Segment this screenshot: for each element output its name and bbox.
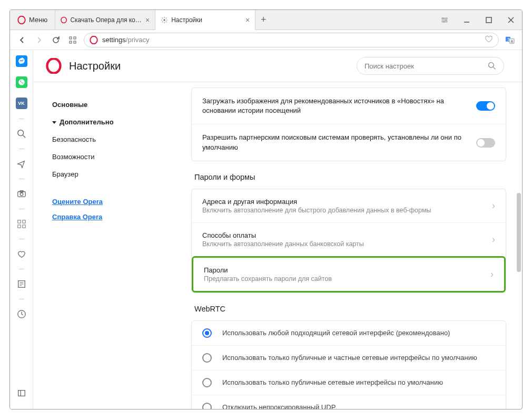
search-icon[interactable] — [16, 129, 27, 139]
speed-dial-icon[interactable] — [67, 34, 78, 46]
address-text: settings/privacy — [102, 36, 150, 44]
snapshot-icon[interactable] — [16, 189, 27, 199]
close-button[interactable] — [500, 10, 522, 30]
radio-icon — [202, 353, 212, 363]
whatsapp-tile[interactable] — [16, 76, 27, 88]
search-input[interactable] — [364, 62, 488, 70]
reload-button[interactable] — [50, 34, 62, 46]
sidebar-rail: VK — [10, 50, 33, 409]
minimize-button[interactable] — [456, 10, 478, 30]
webrtc-option-3[interactable]: Использовать только публичные сетевые ин… — [192, 370, 506, 395]
webrtc-option-2[interactable]: Использовать только публичные и частные … — [192, 345, 506, 370]
chevron-down-icon — [52, 121, 56, 124]
menu-label: Меню — [29, 16, 47, 24]
svg-rect-26 — [22, 220, 25, 223]
svg-point-36 — [47, 59, 61, 73]
news-icon[interactable] — [16, 279, 27, 289]
page-title: Настройки — [69, 60, 121, 72]
nav-help-link[interactable]: Справка Opera — [52, 213, 168, 221]
translate-icon[interactable]: 文A — [504, 34, 516, 46]
flow-icon[interactable] — [16, 159, 27, 169]
section-webrtc: WebRTC — [194, 305, 506, 313]
nav-security[interactable]: Безопасность — [52, 131, 168, 148]
back-button[interactable] — [16, 34, 28, 46]
svg-point-14 — [90, 36, 97, 44]
tab-active[interactable]: Настройки × — [155, 10, 255, 30]
scrollbar-thumb[interactable] — [517, 193, 521, 272]
svg-point-1 — [61, 17, 66, 23]
svg-rect-7 — [486, 17, 491, 23]
svg-text:文: 文 — [507, 37, 510, 41]
svg-line-38 — [493, 67, 495, 69]
chevron-right-icon: › — [490, 269, 494, 280]
search-icon — [488, 62, 496, 70]
bookmarks-icon[interactable] — [16, 249, 27, 259]
vk-tile[interactable]: VK — [16, 98, 27, 109]
svg-point-37 — [489, 63, 494, 68]
bookmark-heart-icon[interactable] — [485, 35, 493, 45]
nav-basic[interactable]: Основные — [52, 96, 168, 113]
svg-point-2 — [163, 19, 165, 21]
chevron-right-icon: › — [492, 234, 495, 245]
svg-point-19 — [18, 79, 25, 85]
easy-setup-icon[interactable] — [434, 10, 456, 30]
svg-rect-34 — [18, 391, 25, 396]
webrtc-option-1[interactable]: Использовать любой подходящий сетевой ин… — [192, 321, 506, 345]
row-passwords[interactable]: Пароли Предлагать сохранять пароли для с… — [192, 256, 506, 293]
address-field[interactable]: settings/privacy — [84, 33, 499, 47]
radio-icon — [202, 378, 212, 387]
row-addresses[interactable]: Адреса и другая информация Включить авто… — [192, 189, 506, 222]
browser-window: Меню Скачать Опера для компьютера × Наст… — [9, 9, 523, 410]
chevron-right-icon: › — [492, 200, 495, 211]
section-passwords-forms: Пароли и формы — [194, 173, 506, 181]
opera-favicon-icon — [61, 16, 67, 24]
rail-toggle-icon[interactable] — [16, 388, 27, 398]
svg-line-21 — [23, 135, 25, 138]
row-partner-search: Разрешить партнерским поисковым системам… — [192, 124, 506, 160]
tab-bar: Меню Скачать Опера для компьютера × Наст… — [10, 10, 522, 30]
opera-logo-icon — [17, 16, 26, 24]
toggle-load-images[interactable] — [476, 101, 495, 111]
settings-nav: Основные Дополнительно Безопасность Возм… — [33, 82, 181, 409]
workspaces-icon[interactable] — [16, 219, 27, 229]
svg-rect-12 — [70, 41, 72, 43]
menu-button[interactable]: Меню — [10, 10, 55, 30]
svg-point-4 — [446, 19, 447, 20]
nav-advanced[interactable]: Дополнительно — [52, 113, 168, 131]
nav-features[interactable]: Возможности — [52, 148, 168, 165]
new-tab-button[interactable]: + — [255, 10, 271, 30]
rail-separator — [19, 179, 24, 179]
vk-icon: VK — [18, 101, 25, 106]
opera-badge-icon — [90, 36, 98, 44]
webrtc-option-4[interactable]: Отключить непроксированный UDP — [192, 395, 506, 409]
rail-separator — [19, 269, 24, 269]
opera-logo-icon — [46, 58, 62, 74]
history-icon[interactable] — [16, 309, 27, 319]
svg-point-0 — [18, 16, 25, 24]
rail-separator — [19, 209, 24, 209]
forward-button[interactable] — [33, 34, 45, 46]
top-card: Загружать изображения для рекомендованны… — [191, 87, 506, 161]
settings-page: Настройки Основные Дополнительно Безопас… — [33, 50, 522, 409]
gear-icon — [161, 16, 168, 24]
rail-separator — [19, 149, 24, 149]
tab-close-icon[interactable]: × — [245, 16, 250, 24]
nav-rate-link[interactable]: Оцените Opera — [52, 198, 168, 206]
rail-separator — [19, 299, 24, 299]
settings-header: Настройки — [33, 50, 522, 82]
tab-title: Скачать Опера для компьютера — [70, 16, 142, 24]
svg-point-3 — [442, 17, 444, 18]
row-payment-methods[interactable]: Способы оплаты Включить автозаполнение д… — [192, 222, 506, 256]
nav-browser[interactable]: Браузер — [52, 165, 168, 183]
tab-inactive[interactable]: Скачать Опера для компьютера × — [55, 10, 155, 30]
address-bar: settings/privacy 文A — [10, 30, 522, 50]
maximize-button[interactable] — [478, 10, 500, 30]
svg-point-20 — [17, 130, 23, 136]
messenger-tile[interactable] — [16, 55, 27, 67]
toggle-partner-search[interactable] — [476, 138, 495, 148]
tab-title: Настройки — [171, 16, 202, 24]
search-settings — [357, 57, 504, 75]
tab-close-icon[interactable]: × — [145, 16, 150, 24]
svg-rect-10 — [70, 37, 72, 39]
radio-icon — [202, 403, 212, 409]
